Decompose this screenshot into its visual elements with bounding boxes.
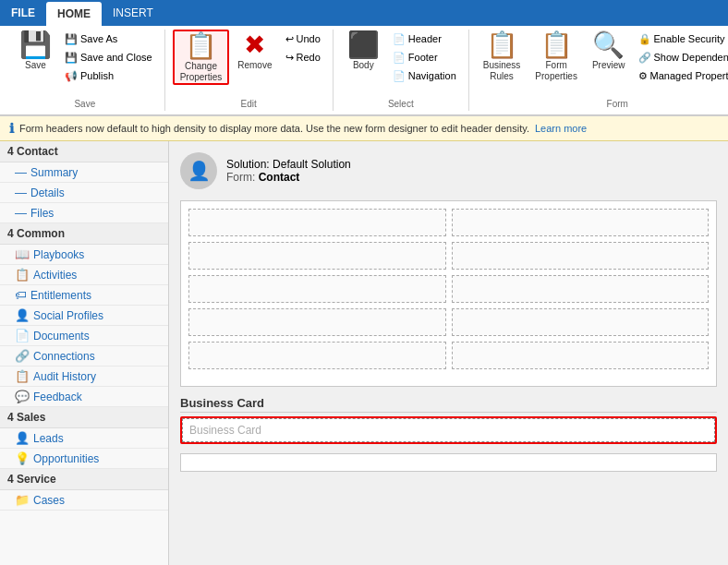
business-card-field[interactable]: Business Card [180,416,717,444]
sidebar-item-activities[interactable]: 📋 Activities [0,265,168,285]
form-area: 👤 Solution: Default Solution Form: Conta… [169,141,728,565]
undo-icon: ↩ [285,33,294,45]
save-and-close-button[interactable]: 💾 Save and Close [60,48,157,66]
learn-more-link[interactable]: Learn more [535,123,587,134]
body-button[interactable]: ⬛ Body [341,30,386,85]
save-close-icon: 💾 [65,52,78,64]
sidebar-item-playbooks[interactable]: 📖 Playbooks [0,245,168,265]
sidebar-item-documents[interactable]: 📄 Documents [0,326,168,346]
ribbon-group-save: 💾 Save 💾 Save As 💾 Save and Close 📢 Publ… [6,30,165,111]
save-as-button[interactable]: 💾 Save As [60,30,157,48]
edit-col: ✖ Remove [231,30,278,98]
ribbon-content: 💾 Save 💾 Save As 💾 Save and Close 📢 Publ… [0,26,728,115]
form-row-1 [188,209,709,236]
form-row-5 [188,342,709,369]
sidebar-item-connections[interactable]: 🔗 Connections [0,346,168,367]
preview-icon: 🔍 [592,32,625,58]
change-properties-icon: 📋 [185,33,217,59]
select-group-label: Select [334,99,468,109]
form-field-1 [188,209,446,236]
form-field-2 [452,209,710,236]
form-group-label: Form [469,99,728,109]
managed-icon: ⚙ [638,70,648,82]
form-field-5 [188,275,446,303]
solution-label: Solution: [226,158,270,171]
save-col: 💾 Save As 💾 Save and Close 📢 Publish [60,30,157,98]
remove-icon: ✖ [244,32,265,58]
header-button[interactable]: 📄 Header [388,30,461,48]
ribbon-tab-bar: FILE HOME INSERT [0,0,728,26]
sidebar-item-social-profiles[interactable]: 👤 Social Profiles [0,306,168,326]
form-avatar: 👤 [180,152,217,189]
tab-home[interactable]: HOME [46,2,102,26]
sidebar-item-files[interactable]: — Files [0,203,168,223]
publish-button[interactable]: 📢 Publish [60,66,157,85]
sidebar-section-common: 4 Common 📖 Playbooks 📋 Activities 🏷 Enti… [0,223,168,407]
form-field-6 [452,275,710,303]
business-rules-button[interactable]: 📋 BusinessRules [477,30,528,85]
form-row-4 [188,308,709,336]
info-icon: ℹ [9,121,14,136]
sidebar-item-summary[interactable]: — Summary [0,162,168,183]
show-dependencies-button[interactable]: 🔗 Show Dependencies [634,48,728,66]
save-group-label: Save [6,99,164,109]
sidebar-item-cases[interactable]: 📁 Cases [0,490,168,511]
avatar-icon: 👤 [188,160,211,182]
remove-button[interactable]: ✖ Remove [231,30,278,85]
form-row-2 [188,242,709,270]
save-icon: 💾 [19,32,52,58]
tab-file[interactable]: FILE [0,0,46,26]
form-properties-button[interactable]: 📋 FormProperties [528,30,584,85]
publish-icon: 📢 [65,70,78,82]
business-card-section: Business Card Business Card [180,396,717,444]
sidebar-item-entitlements[interactable]: 🏷 Entitlements [0,285,168,306]
contact-section-header: 4 Contact [0,141,168,162]
service-section-header: 4 Service [0,469,168,490]
sidebar-item-feedback[interactable]: 💬 Feedback [0,387,168,407]
audit-icon: 📋 [15,369,30,383]
files-icon: — [15,206,27,220]
form-field-7 [188,308,446,336]
sidebar-section-sales: 4 Sales 👤 Leads 💡 Opportunities [0,407,168,469]
form-label: Form: [226,171,255,184]
form-footer-section [180,453,717,472]
undo-button[interactable]: ↩ Undo [281,30,325,48]
sidebar-section-service: 4 Service 📁 Cases [0,469,168,511]
body-icon: ⬛ [347,32,380,58]
form-small-col: 🔒 Enable Security Roles 🔗 Show Dependenc… [634,30,728,98]
form-field-9 [188,342,446,369]
redo-button[interactable]: ↪ Redo [281,48,325,66]
business-rules-icon: 📋 [486,32,518,58]
form-field-10 [452,342,710,369]
dependencies-icon: 🔗 [638,52,651,64]
solution-value: Default Solution [273,158,351,171]
ribbon-group-edit: 📋 ChangeProperties ✖ Remove ↩ Undo ↪ [165,30,334,111]
select-col: 📄 Header 📄 Footer 📄 Navigation [388,30,461,98]
ribbon-group-form: 📋 BusinessRules 📋 FormProperties 🔍 Previ… [469,30,728,111]
managed-properties-button[interactable]: ⚙ Managed Properties [634,66,728,85]
form-name-value: Contact [259,171,300,184]
form-field-3 [188,242,446,270]
sidebar-section-contact: 4 Contact — Summary — Details — Files [0,141,168,223]
save-as-icon: 💾 [65,33,78,45]
documents-icon: 📄 [15,329,30,343]
activities-icon: 📋 [15,268,30,282]
preview-button[interactable]: 🔍 Preview [586,30,632,85]
form-properties-icon: 📋 [540,32,573,58]
sidebar-item-opportunities[interactable]: 💡 Opportunities [0,449,168,469]
sidebar-item-details[interactable]: — Details [0,183,168,203]
sidebar-item-audit-history[interactable]: 📋 Audit History [0,367,168,387]
save-button[interactable]: 💾 Save [13,30,58,85]
navigation-button[interactable]: 📄 Navigation [388,66,461,85]
ribbon-group-select: ⬛ Body 📄 Header 📄 Footer 📄 Navigation [334,30,469,111]
info-message: Form headers now default to high density… [19,123,529,134]
sidebar-item-leads[interactable]: 👤 Leads [0,428,168,449]
ribbon: FILE HOME INSERT 💾 Save 💾 Save As [0,0,728,116]
enable-security-button[interactable]: 🔒 Enable Security Roles [634,30,728,48]
leads-icon: 👤 [15,431,30,445]
cases-icon: 📁 [15,493,30,507]
footer-button[interactable]: 📄 Footer [388,48,461,66]
tab-insert[interactable]: INSERT [102,0,164,26]
change-properties-button[interactable]: 📋 ChangeProperties [173,30,230,85]
business-card-placeholder: Business Card [189,424,261,437]
